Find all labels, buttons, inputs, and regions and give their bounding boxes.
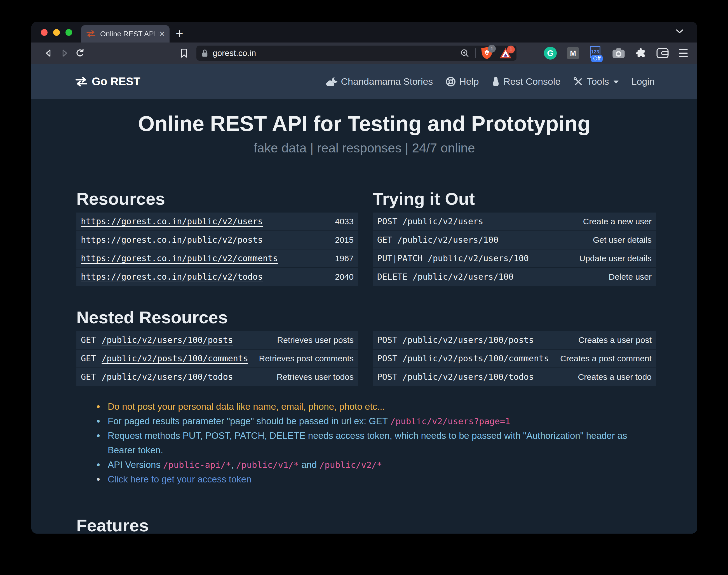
features-section: Features [31, 517, 697, 534]
resource-link[interactable]: https://gorest.co.in/public/v2/comments [81, 253, 278, 263]
nested-post-section: POST /public/v2/users/100/posts Creates … [373, 309, 656, 386]
resources-section: Resources https://gorest.co.in/public/v2… [76, 190, 358, 286]
nested-link[interactable]: /public/v2/users/100/todos [102, 372, 233, 382]
request-text: POST /public/v2/users/100/todos [377, 372, 534, 382]
usage-notes-list: Do not post your personal data like name… [97, 399, 628, 486]
menu-hamburger-icon[interactable] [679, 49, 688, 57]
features-heading: Features [76, 517, 652, 534]
http-method: GET [81, 372, 96, 382]
grammarly-extension-icon[interactable]: G [544, 47, 557, 60]
shield-badge: 1 [488, 45, 496, 53]
extensions-row: G M 123 Off [544, 46, 688, 60]
resource-link[interactable]: https://gorest.co.in/public/v2/posts [81, 235, 263, 245]
screenshot-camera-icon[interactable] [612, 48, 625, 59]
table-row: https://gorest.co.in/public/v2/users 403… [76, 212, 358, 231]
minimize-window-button[interactable] [53, 29, 60, 36]
back-button[interactable] [41, 45, 57, 61]
resource-link[interactable]: https://gorest.co.in/public/v2/users [81, 216, 263, 226]
nav-item-help[interactable]: Help [446, 76, 479, 87]
brand-label: Go REST [92, 75, 140, 88]
life-ring-icon [446, 77, 456, 87]
table-row: POST /public/v2/users/100/posts Creates … [373, 331, 656, 349]
resources-heading: Resources [76, 190, 358, 207]
code-snippet: /public/v1/* [236, 460, 299, 470]
request-text: POST /public/v2/posts/100/comments [377, 353, 549, 363]
browser-window: Online REST API for Testing and ✕ + [31, 22, 697, 534]
request-text: PUT|PATCH /public/v2/users/100 [377, 253, 529, 263]
nav-label: Chandamama Stories [341, 76, 433, 87]
counter-off-badge: Off [591, 55, 603, 62]
forward-button[interactable] [57, 45, 72, 61]
window-controls [41, 29, 72, 36]
table-row: https://gorest.co.in/public/v2/comments … [76, 249, 358, 267]
nested-left-table: GET/public/v2/users/100/posts Retrieves … [76, 331, 358, 386]
hero: Online REST API for Testing and Prototyp… [31, 99, 697, 157]
zoom-in-page-icon[interactable] [460, 48, 469, 58]
resource-link[interactable]: https://gorest.co.in/public/v2/todos [81, 272, 263, 282]
request-text: POST /public/v2/users/100/posts [377, 335, 534, 345]
nested-resources-section: Nested Resources GET/public/v2/users/100… [76, 309, 358, 386]
extensions-puzzle-icon[interactable] [635, 47, 646, 59]
brave-rewards-icon[interactable]: 1 [500, 48, 511, 59]
nested-link[interactable]: /public/v2/users/100/posts [102, 335, 233, 345]
request-text: POST /public/v2/users [377, 216, 483, 226]
site-navbar: Go REST Chandamama Stories [31, 64, 697, 99]
zoom-window-button[interactable] [65, 29, 72, 36]
page-content: Go REST Chandamama Stories [31, 64, 697, 534]
tab-search-chevron-icon[interactable] [675, 29, 684, 34]
tab-favicon-exchange-icon [86, 30, 96, 37]
mega-extension-icon[interactable]: M [567, 47, 579, 59]
note-api-versions: API Versions /public-api/*, /public/v1/*… [97, 458, 628, 472]
nav-item-chandamama-stories[interactable]: Chandamama Stories [325, 76, 433, 87]
brave-shield-icon[interactable]: 1 [481, 47, 492, 59]
code-snippet: /public/v2/* [319, 460, 382, 470]
request-text: DELETE /public/v2/users/100 [377, 272, 514, 282]
page-subtitle: fake data | real responses | 24/7 online [31, 140, 697, 157]
tab-close-icon[interactable]: ✕ [159, 30, 165, 37]
note-personal-data: Do not post your personal data like name… [97, 399, 628, 414]
code-snippet: /public-api/* [163, 460, 231, 470]
nav-item-login[interactable]: Login [631, 76, 655, 87]
http-method: GET [81, 353, 96, 363]
nav-label: Tools [587, 76, 609, 87]
note-token-link: Click here to get your access token [97, 472, 628, 486]
table-row: POST /public/v2/posts/100/comments Creat… [373, 349, 656, 368]
bookmark-icon[interactable] [176, 45, 192, 61]
request-desc: Creates a user post [578, 335, 652, 345]
address-bar[interactable]: gorest.co.in 1 [196, 45, 517, 61]
reload-button[interactable] [72, 45, 88, 61]
lock-icon [201, 49, 208, 57]
url-text: gorest.co.in [212, 48, 256, 58]
resource-count: 2040 [335, 272, 354, 282]
page-title: Online REST API for Testing and Prototyp… [31, 110, 697, 138]
trying-table: POST /public/v2/users Create a new user … [373, 212, 656, 286]
tab-title: Online REST API for Testing and [100, 30, 159, 38]
table-row: PUT|PATCH /public/v2/users/100 Update us… [373, 249, 656, 267]
site-brand[interactable]: Go REST [75, 75, 140, 88]
word-counter-extension-icon[interactable]: 123 Off [589, 46, 602, 60]
close-window-button[interactable] [41, 29, 47, 36]
note-paging: For paged results parameter "page" shoul… [97, 414, 628, 429]
note-access-token: Request methods PUT, POST, PATCH, DELETE… [97, 429, 628, 458]
table-row: GET/public/v2/users/100/posts Retrieves … [76, 331, 358, 349]
rewards-badge: 1 [507, 45, 515, 54]
code-snippet: /public/v2/users?page=1 [390, 416, 510, 426]
nav-item-tools[interactable]: Tools [573, 76, 618, 87]
nav-item-rest-console[interactable]: Rest Console [492, 76, 560, 87]
new-tab-button[interactable]: + [176, 27, 183, 40]
browser-tab[interactable]: Online REST API for Testing and ✕ [81, 25, 170, 42]
table-row: https://gorest.co.in/public/v2/todos 204… [76, 268, 358, 286]
access-token-link[interactable]: Click here to get your access token [108, 474, 252, 484]
request-desc: Get user details [593, 235, 652, 245]
http-method: GET [81, 335, 96, 345]
nav-label: Rest Console [503, 76, 560, 87]
cloud-moon-icon [325, 77, 338, 87]
table-row: POST /public/v2/users/100/todos Creates … [373, 368, 656, 386]
chevron-down-icon [614, 80, 619, 83]
request-desc: Retrieves post comments [259, 354, 354, 363]
nested-link[interactable]: /public/v2/posts/100/comments [102, 353, 248, 363]
wallet-icon[interactable] [656, 48, 669, 59]
trying-section: Trying it Out POST /public/v2/users Crea… [373, 190, 656, 286]
tools-icon [573, 77, 583, 87]
request-desc: Creates a user todo [578, 372, 652, 382]
